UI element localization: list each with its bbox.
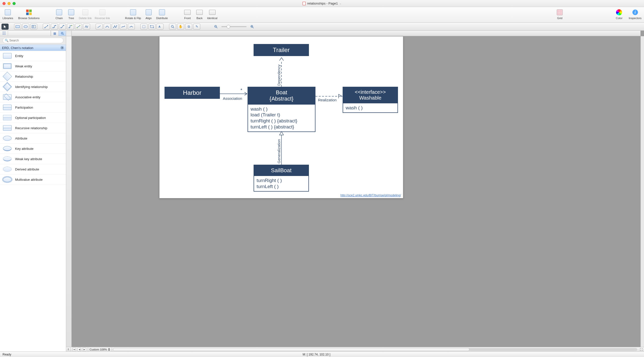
zoom-slider[interactable] — [221, 26, 247, 27]
shape-weak-entity[interactable]: Weak entity — [0, 61, 66, 71]
rotate-flip-button[interactable]: Rotate & Flip — [124, 8, 142, 20]
label-realization: Realization — [318, 98, 337, 102]
line-tool-1[interactable] — [96, 24, 103, 30]
close-window-button[interactable] — [3, 2, 6, 5]
align-label: Align — [145, 17, 151, 20]
class-harbor[interactable]: Harbor — [165, 87, 220, 99]
connector-tool-3[interactable] — [59, 24, 66, 30]
browse-solutions-button[interactable]: Browse Solutions — [17, 8, 41, 20]
line-tool-4[interactable] — [120, 24, 127, 30]
tree-button[interactable]: Tree — [66, 8, 77, 20]
reverse-link-icon — [99, 9, 106, 16]
eyedropper-icon: ✎ — [195, 25, 198, 28]
grid-button[interactable]: Grid — [554, 8, 565, 20]
horizontal-scrollbar[interactable] — [113, 348, 637, 351]
shape-associative-entity[interactable]: Associative entity — [0, 92, 66, 102]
rect-tool[interactable] — [14, 24, 21, 30]
shape-entity[interactable]: Entity — [0, 51, 66, 61]
connector-tool-2[interactable] — [51, 24, 58, 30]
sidebar-settings-icon[interactable]: ☷ — [0, 31, 8, 36]
zoom-slider-thumb[interactable] — [227, 25, 230, 28]
identical-button[interactable]: Identical — [206, 8, 218, 20]
zoom-tool[interactable] — [169, 24, 176, 30]
delete-link-button[interactable]: Delete link — [78, 8, 93, 20]
curve-icon — [105, 25, 109, 28]
svg-rect-4 — [61, 27, 61, 28]
shape-relationship[interactable]: Relationship — [0, 71, 66, 82]
reverse-link-button[interactable]: Reverse link — [94, 8, 111, 20]
source-link[interactable]: http://sce2.umkc.edu/BIT/burrise/pl/mode… — [340, 194, 401, 197]
zoom-out-button[interactable] — [212, 24, 219, 30]
canvas-area[interactable]: Trailer Harbor Boat {Abstract} wash ( ) … — [66, 31, 644, 351]
line-tool-3[interactable] — [112, 24, 119, 30]
shape-key-attribute[interactable]: Key attribute — [0, 144, 66, 154]
connector-tool-4[interactable] — [67, 24, 74, 30]
text-tool[interactable] — [30, 24, 37, 30]
connector-tool-1[interactable] — [43, 24, 50, 30]
shape-attribute[interactable]: Attribute — [0, 133, 66, 144]
shape-derived-attribute[interactable]: Derived attribute — [0, 164, 66, 174]
page-first[interactable]: ⏮ — [72, 348, 76, 351]
stamp-tool[interactable]: ⧉ — [185, 24, 192, 30]
back-button[interactable]: Back — [194, 8, 205, 20]
front-button[interactable]: Front — [182, 8, 193, 20]
inspectors-button[interactable]: iInspectors — [628, 8, 642, 20]
libraries-label: Libraries — [3, 17, 13, 20]
search-input[interactable] — [3, 38, 63, 43]
hand-tool[interactable]: ✋ — [177, 24, 184, 30]
sidebar-grid-view[interactable]: ▦ — [51, 31, 58, 36]
shape-weak-key-attribute[interactable]: Weak key attribute — [0, 154, 66, 164]
expand-icon[interactable]: ⛶ — [638, 347, 644, 351]
color-button[interactable]: Color — [614, 8, 625, 20]
category-close-icon[interactable]: ✕ — [60, 46, 64, 50]
class-boat[interactable]: Boat {Abstract} wash ( ) load (Trailer t… — [248, 87, 315, 132]
shape-multivalue-attribute[interactable]: Multivalue attribute — [0, 174, 66, 185]
zoom-stepper-icon[interactable]: ▲▼ — [108, 348, 110, 351]
class-sailboat[interactable]: SailBoat turnRight ( ) turnLeft ( ) — [254, 165, 309, 192]
connector-tool-6[interactable] — [83, 24, 90, 30]
h-scroll-thumb[interactable] — [113, 348, 469, 351]
line-tool-5[interactable] — [128, 24, 135, 30]
line-tool-2[interactable] — [104, 24, 111, 30]
zoom-window-button[interactable] — [13, 2, 16, 5]
svg-rect-2 — [53, 27, 53, 28]
format-tool[interactable]: A — [156, 24, 164, 30]
edit-pts-tool[interactable] — [148, 24, 155, 30]
pointer-tool[interactable] — [2, 24, 9, 30]
category-header[interactable]: ERD, Chen's notation ✕ — [0, 45, 66, 51]
label-generalization: Generalization — [277, 139, 281, 163]
ellipse-icon — [24, 25, 28, 28]
connector-tool-5[interactable] — [75, 24, 82, 30]
crop-icon — [142, 25, 146, 28]
shape-optional-participation[interactable]: Optional participation — [0, 113, 66, 123]
align-button[interactable]: Align — [143, 8, 154, 20]
shape-recursive-relationship[interactable]: Recursive relationship — [0, 123, 66, 133]
shape-participation[interactable]: Participation — [0, 102, 66, 113]
drawing-page[interactable]: Trailer Harbor Boat {Abstract} wash ( ) … — [159, 36, 403, 198]
zoom-in-button[interactable] — [249, 24, 256, 30]
align-icon — [145, 9, 152, 16]
class-trailer[interactable]: Trailer — [254, 44, 309, 56]
eyedropper-tool[interactable]: ✎ — [193, 24, 200, 30]
chevron-down-icon[interactable]: ⌄ — [339, 2, 341, 5]
ruler-corner — [66, 31, 72, 36]
sidebar-search-tab[interactable] — [58, 31, 66, 36]
vertical-scrollbar[interactable] — [640, 36, 644, 351]
tree-icon — [67, 9, 75, 16]
shape-label: Associative entity — [15, 95, 40, 99]
crop-tool[interactable] — [140, 24, 147, 30]
page-next[interactable]: ▶ — [83, 348, 86, 351]
front-label: Front — [184, 17, 191, 20]
libraries-button[interactable]: Libraries — [2, 8, 14, 20]
shape-identifying-relationship[interactable]: Identifying relationship — [0, 82, 66, 92]
zoom-readout[interactable]: Custom 108% ▲▼ — [88, 347, 112, 351]
stamp-icon: ⧉ — [188, 25, 190, 29]
minimize-window-button[interactable] — [8, 2, 11, 5]
ellipse-tool[interactable] — [22, 24, 29, 30]
color-icon — [615, 9, 623, 16]
distribute-button[interactable]: Distribute — [155, 8, 169, 20]
toggle-panel-button[interactable]: ⫴ — [66, 347, 71, 351]
chain-button[interactable]: Chain — [54, 8, 65, 20]
class-washable[interactable]: <<interface>> Washable wash ( ) — [343, 87, 398, 113]
page-prev[interactable]: ◀ — [77, 348, 81, 351]
